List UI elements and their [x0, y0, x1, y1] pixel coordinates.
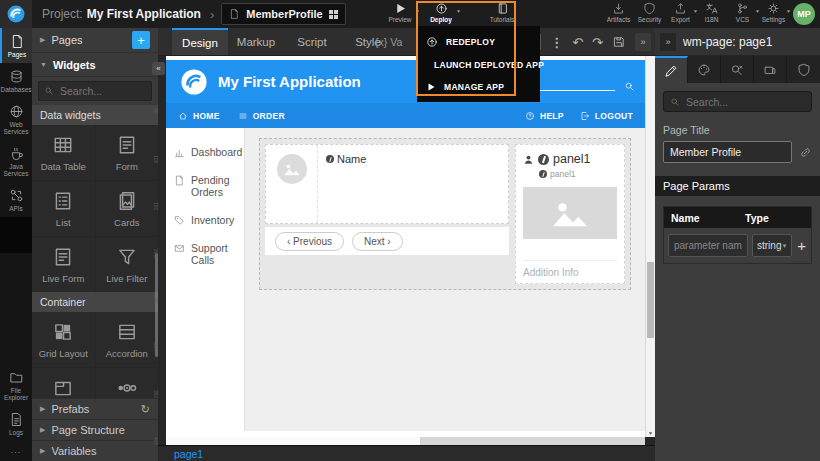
- widget-cards[interactable]: Cards: [96, 181, 159, 236]
- menu-item-pending-orders[interactable]: Pending Orders: [166, 166, 244, 206]
- page-structure-section-header[interactable]: ▶ Page Structure: [32, 419, 158, 440]
- vcs-button[interactable]: VCS ▼: [728, 2, 757, 23]
- widgets-section-header[interactable]: ▼ Widgets: [32, 53, 158, 77]
- widget-grid-layout[interactable]: Grid Layout: [32, 312, 95, 367]
- list-widget[interactable]: Name ‹ Previous Next ›: [265, 144, 509, 284]
- tab-security[interactable]: [787, 56, 820, 83]
- export-button[interactable]: Export ▼: [666, 2, 695, 23]
- globe-icon: [9, 104, 24, 119]
- bind-link-icon[interactable]: [799, 146, 812, 159]
- expand-panel-button[interactable]: »: [660, 33, 676, 51]
- widget-live-form[interactable]: Live Form: [32, 237, 95, 292]
- param-name-input[interactable]: [668, 234, 748, 257]
- collapse-palette-button[interactable]: «: [152, 62, 165, 75]
- add-page-button[interactable]: +: [132, 31, 150, 49]
- sidebar-item-databases[interactable]: Databases: [0, 63, 32, 98]
- property-search[interactable]: [663, 91, 812, 112]
- security-button[interactable]: Security: [635, 2, 664, 23]
- undo-icon[interactable]: ↶: [572, 36, 583, 49]
- add-param-button[interactable]: +: [796, 237, 807, 254]
- menu-item-support-calls[interactable]: Support Calls: [166, 234, 244, 274]
- preview-button[interactable]: Preview ▼: [383, 2, 417, 23]
- nav-logout[interactable]: LOGOUT: [580, 111, 633, 121]
- artifacts-button[interactable]: Artifacts: [604, 2, 633, 23]
- java-services-label: Java Services: [0, 163, 32, 177]
- widget-list[interactable]: List: [32, 181, 95, 236]
- user-avatar[interactable]: MP: [793, 3, 815, 25]
- tab-styles[interactable]: [688, 56, 721, 83]
- prefabs-section-header[interactable]: ▶ Prefabs ↻: [32, 398, 158, 419]
- page-tab-memberprofile[interactable]: MemberProfile: [221, 3, 345, 25]
- param-type-select[interactable]: string ▼: [752, 234, 792, 257]
- settings-button[interactable]: Settings ▼: [759, 2, 788, 23]
- grid-view-icon[interactable]: [329, 10, 338, 19]
- sidebar-item-apis[interactable]: APIs: [0, 182, 32, 217]
- menu-item-launch-deployed-app[interactable]: LAUNCH DEPLOYED APP: [417, 54, 540, 76]
- tab-markup[interactable]: Markup: [228, 28, 284, 55]
- tab-properties[interactable]: [655, 56, 688, 83]
- widget-live-filter[interactable]: Live Filter: [96, 237, 159, 292]
- sidebar-item-web-services[interactable]: Web Services: [0, 98, 32, 140]
- widget-search[interactable]: [38, 81, 152, 101]
- canvas-vertical-scrollbar[interactable]: ▼: [645, 56, 655, 437]
- next-button[interactable]: Next ›: [352, 232, 403, 251]
- deploy-button[interactable]: Deploy ▼: [424, 2, 458, 23]
- menu-item-inventory[interactable]: Inventory: [166, 206, 244, 234]
- save-icon[interactable]: [612, 35, 626, 49]
- collapse-inspector-button[interactable]: »: [635, 33, 651, 51]
- sidebar-item-logs[interactable]: Logs: [0, 406, 32, 441]
- selected-container-widget[interactable]: Name ‹ Previous Next ›: [259, 138, 631, 290]
- collapsed-arrow-icon: ▶: [40, 426, 45, 434]
- name-field-label: Name: [337, 153, 366, 165]
- scroll-down-arrow[interactable]: ▼: [646, 430, 655, 436]
- page-tab-label: MemberProfile: [246, 8, 322, 20]
- widget-wizard[interactable]: Wizard: [96, 368, 159, 398]
- redo-icon[interactable]: ↷: [592, 36, 603, 49]
- pages-section-header[interactable]: ▶ Pages +: [32, 28, 158, 53]
- design-canvas[interactable]: My First Application HOME ORDER: [166, 56, 645, 437]
- kebab-menu-icon[interactable]: ⋮: [550, 36, 563, 49]
- nav-order[interactable]: ORDER: [238, 111, 285, 121]
- widget-data-table[interactable]: Data Table: [32, 125, 95, 180]
- page-title-input[interactable]: [663, 141, 792, 163]
- picture-widget[interactable]: [523, 187, 617, 239]
- list-item-template[interactable]: Name: [265, 144, 509, 224]
- property-search-input[interactable]: [684, 95, 805, 109]
- menu-item-manage-app[interactable]: MANAGE APP: [417, 76, 540, 98]
- scrollbar-thumb[interactable]: [647, 262, 654, 338]
- tutorials-button[interactable]: Tutorials: [485, 2, 519, 23]
- sidebar-item-java-services[interactable]: Java Services: [0, 140, 32, 182]
- home-icon: [178, 111, 188, 121]
- widget-search-input[interactable]: [58, 84, 146, 98]
- menu-item-dashboard[interactable]: Dashboard: [166, 138, 244, 166]
- export-label: Export: [671, 16, 690, 23]
- scrollbar-thumb[interactable]: [166, 437, 420, 445]
- variables-button[interactable]: {x} Va: [375, 36, 402, 48]
- nav-home[interactable]: HOME: [178, 111, 220, 121]
- sidebar-item-pages[interactable]: Pages: [0, 28, 32, 63]
- tab-device[interactable]: [754, 56, 787, 83]
- previous-button[interactable]: ‹ Previous: [275, 232, 344, 251]
- widget-accordion[interactable]: Accordion: [96, 312, 159, 367]
- variables-section-header[interactable]: ▶ Variables: [32, 440, 158, 461]
- nav-help[interactable]: HELP: [525, 111, 564, 121]
- activity-bar: Pages Databases Web Services Java Servic…: [0, 28, 32, 461]
- status-page-tab[interactable]: page1: [174, 448, 203, 460]
- data-widgets-section-title: Data widgets: [32, 105, 158, 125]
- sidebar-overflow-button[interactable]: ...: [0, 441, 32, 461]
- i18n-button[interactable]: I18N: [697, 2, 726, 23]
- panel1-widget[interactable]: panel1 panel1 Addition Info: [515, 144, 625, 284]
- canvas-horizontal-scrollbar[interactable]: [166, 437, 645, 445]
- search-icon[interactable]: [624, 81, 635, 92]
- refresh-icon[interactable]: ↻: [141, 403, 150, 416]
- menu-item-redeploy[interactable]: REDEPLOY: [417, 30, 540, 54]
- topbar-right-actions: Artifacts Security Export ▼ I18N VCS ▼: [604, 2, 788, 23]
- tab-script[interactable]: Script: [284, 28, 340, 55]
- widget-form[interactable]: Form: [96, 125, 159, 180]
- studio-logo[interactable]: [0, 0, 32, 28]
- sidebar-item-file-explorer[interactable]: File Explorer: [0, 364, 32, 406]
- editor-area: Design Markup Script Style {x} Va ▼ ⋮ ↶ …: [158, 28, 655, 461]
- tab-events[interactable]: [721, 56, 754, 83]
- widget-tabs[interactable]: Tabs: [32, 368, 95, 398]
- tab-design[interactable]: Design: [172, 28, 228, 55]
